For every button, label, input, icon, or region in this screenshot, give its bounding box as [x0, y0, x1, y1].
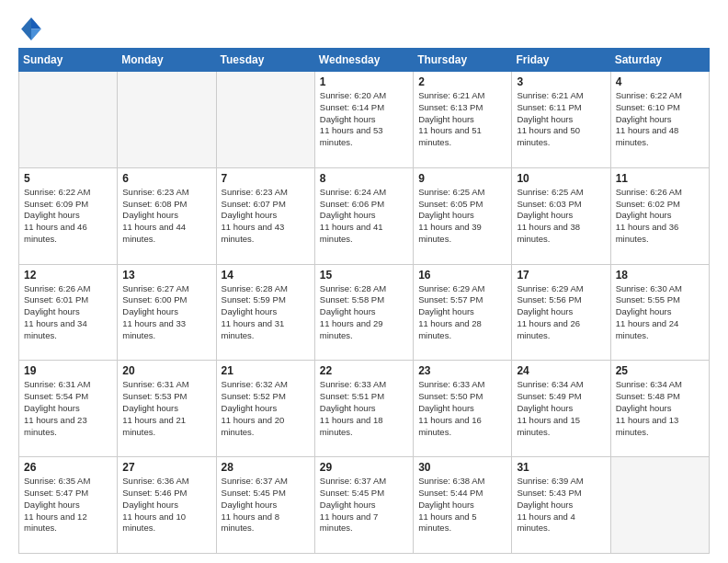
day-info: Sunrise: 6:31 AMSunset: 5:53 PMDaylight … — [122, 379, 210, 438]
calendar-cell-3-1: 12Sunrise: 6:26 AMSunset: 6:01 PMDayligh… — [19, 264, 118, 361]
calendar-cell-4-3: 21Sunrise: 6:32 AMSunset: 5:52 PMDayligh… — [216, 361, 314, 457]
calendar-week-3: 12Sunrise: 6:26 AMSunset: 6:01 PMDayligh… — [19, 264, 710, 361]
day-info: Sunrise: 6:29 AMSunset: 5:57 PMDaylight … — [418, 283, 506, 342]
day-number: 17 — [517, 269, 605, 282]
day-number: 2 — [418, 75, 506, 88]
day-number: 6 — [122, 172, 210, 185]
day-number: 22 — [320, 364, 408, 377]
calendar-header-row: SundayMondayTuesdayWednesdayThursdayFrid… — [19, 49, 710, 72]
day-number: 30 — [418, 461, 506, 474]
calendar-week-4: 19Sunrise: 6:31 AMSunset: 5:54 PMDayligh… — [19, 361, 710, 457]
day-number: 18 — [616, 269, 704, 282]
svg-marker-1 — [31, 29, 41, 40]
day-number: 7 — [222, 172, 310, 185]
calendar-cell-1-1 — [19, 72, 118, 168]
day-info: Sunrise: 6:28 AMSunset: 5:58 PMDaylight … — [320, 283, 408, 342]
day-number: 14 — [222, 269, 310, 282]
calendar-cell-2-4: 8Sunrise: 6:24 AMSunset: 6:06 PMDaylight… — [314, 167, 413, 264]
day-info: Sunrise: 6:37 AMSunset: 5:45 PMDaylight … — [320, 476, 408, 534]
calendar-cell-2-2: 6Sunrise: 6:23 AMSunset: 6:08 PMDaylight… — [118, 167, 216, 264]
day-number: 16 — [418, 269, 506, 282]
day-info: Sunrise: 6:28 AMSunset: 5:59 PMDaylight … — [222, 283, 310, 342]
day-info: Sunrise: 6:37 AMSunset: 5:45 PMDaylight … — [222, 476, 310, 534]
day-info: Sunrise: 6:21 AMSunset: 6:13 PMDaylight … — [418, 90, 506, 149]
calendar-cell-5-6: 31Sunrise: 6:39 AMSunset: 5:43 PMDayligh… — [512, 457, 610, 554]
day-info: Sunrise: 6:23 AMSunset: 6:08 PMDaylight … — [122, 187, 210, 246]
day-number: 8 — [320, 172, 408, 185]
col-header-sunday: Sunday — [19, 49, 118, 72]
calendar-cell-4-4: 22Sunrise: 6:33 AMSunset: 5:51 PMDayligh… — [314, 361, 413, 457]
calendar-cell-2-7: 11Sunrise: 6:26 AMSunset: 6:02 PMDayligh… — [610, 167, 709, 264]
day-info: Sunrise: 6:27 AMSunset: 6:00 PMDaylight … — [122, 283, 210, 342]
day-number: 31 — [517, 461, 605, 474]
calendar-cell-4-1: 19Sunrise: 6:31 AMSunset: 5:54 PMDayligh… — [19, 361, 118, 457]
day-info: Sunrise: 6:21 AMSunset: 6:11 PMDaylight … — [517, 90, 605, 149]
day-info: Sunrise: 6:31 AMSunset: 5:54 PMDaylight … — [24, 379, 112, 438]
calendar-cell-5-2: 27Sunrise: 6:36 AMSunset: 5:46 PMDayligh… — [118, 457, 216, 554]
calendar-cell-1-7: 4Sunrise: 6:22 AMSunset: 6:10 PMDaylight… — [610, 72, 709, 168]
day-number: 23 — [418, 364, 506, 377]
header — [18, 15, 710, 40]
day-info: Sunrise: 6:20 AMSunset: 6:14 PMDaylight … — [320, 90, 408, 149]
calendar-cell-1-2 — [118, 72, 216, 168]
day-number: 28 — [222, 461, 310, 474]
day-info: Sunrise: 6:22 AMSunset: 6:09 PMDaylight … — [24, 187, 112, 246]
day-number: 1 — [320, 75, 408, 88]
calendar-cell-2-6: 10Sunrise: 6:25 AMSunset: 6:03 PMDayligh… — [512, 167, 610, 264]
calendar-cell-5-5: 30Sunrise: 6:38 AMSunset: 5:44 PMDayligh… — [414, 457, 512, 554]
calendar-cell-1-4: 1Sunrise: 6:20 AMSunset: 6:14 PMDaylight… — [314, 72, 413, 168]
calendar-cell-3-2: 13Sunrise: 6:27 AMSunset: 6:00 PMDayligh… — [118, 264, 216, 361]
calendar-cell-4-5: 23Sunrise: 6:33 AMSunset: 5:50 PMDayligh… — [414, 361, 512, 457]
day-info: Sunrise: 6:35 AMSunset: 5:47 PMDaylight … — [24, 476, 112, 534]
calendar-cell-1-6: 3Sunrise: 6:21 AMSunset: 6:11 PMDaylight… — [512, 72, 610, 168]
day-number: 12 — [24, 269, 112, 282]
col-header-friday: Friday — [512, 49, 610, 72]
day-number: 9 — [418, 172, 506, 185]
calendar-cell-5-3: 28Sunrise: 6:37 AMSunset: 5:45 PMDayligh… — [216, 457, 314, 554]
col-header-tuesday: Tuesday — [216, 49, 314, 72]
day-info: Sunrise: 6:22 AMSunset: 6:10 PMDaylight … — [616, 90, 704, 149]
calendar-cell-5-1: 26Sunrise: 6:35 AMSunset: 5:47 PMDayligh… — [19, 457, 118, 554]
col-header-saturday: Saturday — [610, 49, 709, 72]
calendar-cell-4-2: 20Sunrise: 6:31 AMSunset: 5:53 PMDayligh… — [118, 361, 216, 457]
col-header-wednesday: Wednesday — [314, 49, 413, 72]
day-number: 11 — [616, 172, 704, 185]
day-info: Sunrise: 6:38 AMSunset: 5:44 PMDaylight … — [418, 476, 506, 534]
day-number: 27 — [122, 461, 210, 474]
calendar-cell-3-6: 17Sunrise: 6:29 AMSunset: 5:56 PMDayligh… — [512, 264, 610, 361]
day-number: 4 — [616, 75, 704, 88]
day-info: Sunrise: 6:25 AMSunset: 6:03 PMDaylight … — [517, 187, 605, 246]
day-number: 19 — [24, 364, 112, 377]
calendar-week-5: 26Sunrise: 6:35 AMSunset: 5:47 PMDayligh… — [19, 457, 710, 554]
day-info: Sunrise: 6:29 AMSunset: 5:56 PMDaylight … — [517, 283, 605, 342]
day-number: 24 — [517, 364, 605, 377]
calendar-cell-1-3 — [216, 72, 314, 168]
day-info: Sunrise: 6:26 AMSunset: 6:01 PMDaylight … — [24, 283, 112, 342]
svg-marker-2 — [21, 17, 31, 40]
day-info: Sunrise: 6:39 AMSunset: 5:43 PMDaylight … — [517, 476, 605, 534]
calendar-cell-2-5: 9Sunrise: 6:25 AMSunset: 6:05 PMDaylight… — [414, 167, 512, 264]
day-number: 20 — [122, 364, 210, 377]
day-info: Sunrise: 6:36 AMSunset: 5:46 PMDaylight … — [122, 476, 210, 534]
day-info: Sunrise: 6:33 AMSunset: 5:51 PMDaylight … — [320, 379, 408, 438]
calendar-table: SundayMondayTuesdayWednesdayThursdayFrid… — [18, 48, 710, 554]
calendar-cell-5-7 — [610, 457, 709, 554]
logo — [18, 15, 48, 40]
calendar-cell-3-4: 15Sunrise: 6:28 AMSunset: 5:58 PMDayligh… — [314, 264, 413, 361]
calendar-cell-2-1: 5Sunrise: 6:22 AMSunset: 6:09 PMDaylight… — [19, 167, 118, 264]
day-number: 13 — [122, 269, 210, 282]
calendar-cell-4-7: 25Sunrise: 6:34 AMSunset: 5:48 PMDayligh… — [610, 361, 709, 457]
calendar-week-2: 5Sunrise: 6:22 AMSunset: 6:09 PMDaylight… — [19, 167, 710, 264]
calendar-cell-3-5: 16Sunrise: 6:29 AMSunset: 5:57 PMDayligh… — [414, 264, 512, 361]
day-number: 15 — [320, 269, 408, 282]
day-number: 26 — [24, 461, 112, 474]
day-info: Sunrise: 6:34 AMSunset: 5:48 PMDaylight … — [616, 379, 704, 438]
day-number: 5 — [24, 172, 112, 185]
day-number: 10 — [517, 172, 605, 185]
day-info: Sunrise: 6:23 AMSunset: 6:07 PMDaylight … — [222, 187, 310, 246]
day-number: 25 — [616, 364, 704, 377]
day-number: 29 — [320, 461, 408, 474]
day-info: Sunrise: 6:33 AMSunset: 5:50 PMDaylight … — [418, 379, 506, 438]
calendar-cell-1-5: 2Sunrise: 6:21 AMSunset: 6:13 PMDaylight… — [414, 72, 512, 168]
page: SundayMondayTuesdayWednesdayThursdayFrid… — [0, 0, 728, 563]
